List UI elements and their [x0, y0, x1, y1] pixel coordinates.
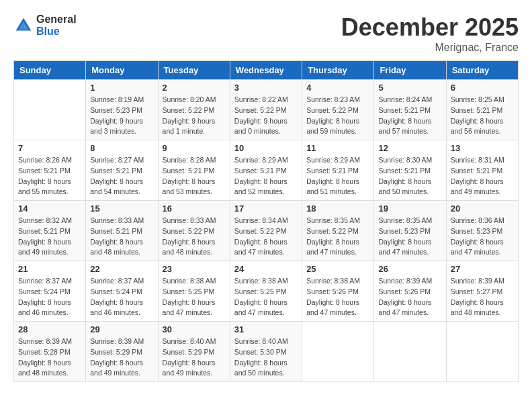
page-header: General Blue December 2025 Merignac, Fra…	[13, 13, 519, 54]
day-detail: Sunrise: 8:33 AM Sunset: 5:21 PM Dayligh…	[90, 216, 153, 258]
day-number: 28	[18, 324, 81, 334]
calendar-cell: 4Sunrise: 8:23 AM Sunset: 5:22 PM Daylig…	[302, 80, 374, 140]
day-detail: Sunrise: 8:27 AM Sunset: 5:21 PM Dayligh…	[90, 155, 153, 197]
calendar-cell: 9Sunrise: 8:28 AM Sunset: 5:21 PM Daylig…	[158, 140, 230, 201]
day-detail: Sunrise: 8:28 AM Sunset: 5:21 PM Dayligh…	[163, 155, 226, 197]
calendar-cell	[302, 322, 374, 382]
calendar-cell: 5Sunrise: 8:24 AM Sunset: 5:21 PM Daylig…	[374, 80, 446, 140]
calendar-cell: 18Sunrise: 8:35 AM Sunset: 5:22 PM Dayli…	[302, 201, 374, 261]
calendar-cell: 19Sunrise: 8:35 AM Sunset: 5:23 PM Dayli…	[374, 201, 446, 261]
column-header-monday: Monday	[86, 61, 158, 80]
day-detail: Sunrise: 8:29 AM Sunset: 5:21 PM Dayligh…	[306, 155, 369, 197]
calendar-cell: 10Sunrise: 8:29 AM Sunset: 5:21 PM Dayli…	[230, 140, 302, 201]
day-number: 14	[18, 203, 81, 214]
day-number: 15	[90, 203, 153, 214]
day-detail: Sunrise: 8:35 AM Sunset: 5:22 PM Dayligh…	[306, 216, 369, 258]
day-detail: Sunrise: 8:39 AM Sunset: 5:26 PM Dayligh…	[378, 276, 441, 318]
day-detail: Sunrise: 8:39 AM Sunset: 5:29 PM Dayligh…	[90, 336, 153, 379]
column-header-sunday: Sunday	[14, 61, 86, 80]
day-detail: Sunrise: 8:39 AM Sunset: 5:27 PM Dayligh…	[451, 276, 514, 318]
calendar-week-row: 28Sunrise: 8:39 AM Sunset: 5:28 PM Dayli…	[14, 322, 519, 382]
day-number: 20	[451, 203, 514, 214]
calendar-header-row: SundayMondayTuesdayWednesdayThursdayFrid…	[14, 61, 519, 80]
column-header-tuesday: Tuesday	[158, 61, 230, 80]
calendar-cell: 8Sunrise: 8:27 AM Sunset: 5:21 PM Daylig…	[86, 140, 158, 201]
calendar-cell: 28Sunrise: 8:39 AM Sunset: 5:28 PM Dayli…	[14, 322, 86, 382]
day-detail: Sunrise: 8:33 AM Sunset: 5:22 PM Dayligh…	[163, 216, 226, 258]
day-detail: Sunrise: 8:36 AM Sunset: 5:23 PM Dayligh…	[451, 216, 514, 258]
title-block: December 2025 Merignac, France	[341, 13, 519, 54]
calendar-cell: 30Sunrise: 8:40 AM Sunset: 5:29 PM Dayli…	[158, 322, 230, 382]
day-detail: Sunrise: 8:40 AM Sunset: 5:30 PM Dayligh…	[234, 336, 298, 379]
calendar-cell	[446, 322, 518, 382]
day-detail: Sunrise: 8:39 AM Sunset: 5:28 PM Dayligh…	[18, 336, 81, 379]
day-number: 29	[90, 324, 153, 334]
day-detail: Sunrise: 8:23 AM Sunset: 5:22 PM Dayligh…	[306, 95, 369, 137]
day-number: 19	[378, 203, 441, 214]
day-detail: Sunrise: 8:38 AM Sunset: 5:26 PM Dayligh…	[306, 276, 369, 318]
day-detail: Sunrise: 8:38 AM Sunset: 5:25 PM Dayligh…	[163, 276, 226, 318]
day-number: 1	[90, 83, 153, 93]
column-header-saturday: Saturday	[446, 61, 518, 80]
day-number: 6	[451, 83, 514, 93]
day-detail: Sunrise: 8:25 AM Sunset: 5:21 PM Dayligh…	[451, 95, 514, 137]
day-detail: Sunrise: 8:35 AM Sunset: 5:23 PM Dayligh…	[378, 216, 441, 258]
day-number: 8	[90, 143, 153, 153]
day-detail: Sunrise: 8:31 AM Sunset: 5:21 PM Dayligh…	[451, 155, 514, 197]
day-number: 21	[18, 264, 81, 274]
location: Merignac, France	[341, 42, 519, 54]
day-detail: Sunrise: 8:37 AM Sunset: 5:24 PM Dayligh…	[18, 276, 81, 318]
day-number: 23	[163, 264, 226, 274]
day-number: 30	[163, 324, 226, 334]
logo-icon	[13, 15, 34, 36]
calendar-cell: 27Sunrise: 8:39 AM Sunset: 5:27 PM Dayli…	[446, 261, 518, 322]
day-number: 18	[306, 203, 369, 214]
day-number: 26	[378, 264, 441, 274]
day-number: 17	[234, 203, 298, 214]
day-number: 13	[451, 143, 514, 153]
day-detail: Sunrise: 8:32 AM Sunset: 5:21 PM Dayligh…	[18, 216, 81, 258]
day-number: 24	[234, 264, 298, 274]
day-detail: Sunrise: 8:38 AM Sunset: 5:25 PM Dayligh…	[234, 276, 298, 318]
logo: General Blue	[13, 13, 77, 37]
day-detail: Sunrise: 8:40 AM Sunset: 5:29 PM Dayligh…	[163, 336, 226, 379]
calendar-cell: 13Sunrise: 8:31 AM Sunset: 5:21 PM Dayli…	[446, 140, 518, 201]
day-number: 25	[306, 264, 369, 274]
calendar-cell: 23Sunrise: 8:38 AM Sunset: 5:25 PM Dayli…	[158, 261, 230, 322]
calendar-cell: 3Sunrise: 8:22 AM Sunset: 5:22 PM Daylig…	[230, 80, 302, 140]
calendar-cell: 15Sunrise: 8:33 AM Sunset: 5:21 PM Dayli…	[86, 201, 158, 261]
calendar-cell: 6Sunrise: 8:25 AM Sunset: 5:21 PM Daylig…	[446, 80, 518, 140]
calendar-cell: 14Sunrise: 8:32 AM Sunset: 5:21 PM Dayli…	[14, 201, 86, 261]
day-detail: Sunrise: 8:19 AM Sunset: 5:23 PM Dayligh…	[90, 95, 153, 137]
calendar-cell	[374, 322, 446, 382]
calendar-cell: 25Sunrise: 8:38 AM Sunset: 5:26 PM Dayli…	[302, 261, 374, 322]
day-number: 10	[234, 143, 298, 153]
column-header-wednesday: Wednesday	[230, 61, 302, 80]
calendar-cell: 21Sunrise: 8:37 AM Sunset: 5:24 PM Dayli…	[14, 261, 86, 322]
day-detail: Sunrise: 8:20 AM Sunset: 5:22 PM Dayligh…	[163, 95, 226, 137]
calendar-cell: 24Sunrise: 8:38 AM Sunset: 5:25 PM Dayli…	[230, 261, 302, 322]
calendar-cell: 2Sunrise: 8:20 AM Sunset: 5:22 PM Daylig…	[158, 80, 230, 140]
calendar-cell: 7Sunrise: 8:26 AM Sunset: 5:21 PM Daylig…	[14, 140, 86, 201]
logo-text: General Blue	[36, 13, 77, 37]
day-detail: Sunrise: 8:34 AM Sunset: 5:22 PM Dayligh…	[234, 216, 298, 258]
column-header-friday: Friday	[374, 61, 446, 80]
day-number: 22	[90, 264, 153, 274]
day-number: 11	[306, 143, 369, 153]
calendar-cell	[14, 80, 86, 140]
column-header-thursday: Thursday	[302, 61, 374, 80]
day-number: 2	[163, 83, 226, 93]
calendar-body: 1Sunrise: 8:19 AM Sunset: 5:23 PM Daylig…	[14, 80, 519, 382]
day-number: 31	[234, 324, 298, 334]
logo-general: General	[36, 13, 77, 26]
calendar-week-row: 7Sunrise: 8:26 AM Sunset: 5:21 PM Daylig…	[14, 140, 519, 201]
day-number: 16	[163, 203, 226, 214]
calendar-week-row: 14Sunrise: 8:32 AM Sunset: 5:21 PM Dayli…	[14, 201, 519, 261]
day-number: 5	[378, 83, 441, 93]
calendar-cell: 29Sunrise: 8:39 AM Sunset: 5:29 PM Dayli…	[86, 322, 158, 382]
day-detail: Sunrise: 8:30 AM Sunset: 5:21 PM Dayligh…	[378, 155, 441, 197]
calendar-cell: 26Sunrise: 8:39 AM Sunset: 5:26 PM Dayli…	[374, 261, 446, 322]
day-detail: Sunrise: 8:29 AM Sunset: 5:21 PM Dayligh…	[234, 155, 298, 197]
day-number: 9	[163, 143, 226, 153]
day-number: 12	[378, 143, 441, 153]
